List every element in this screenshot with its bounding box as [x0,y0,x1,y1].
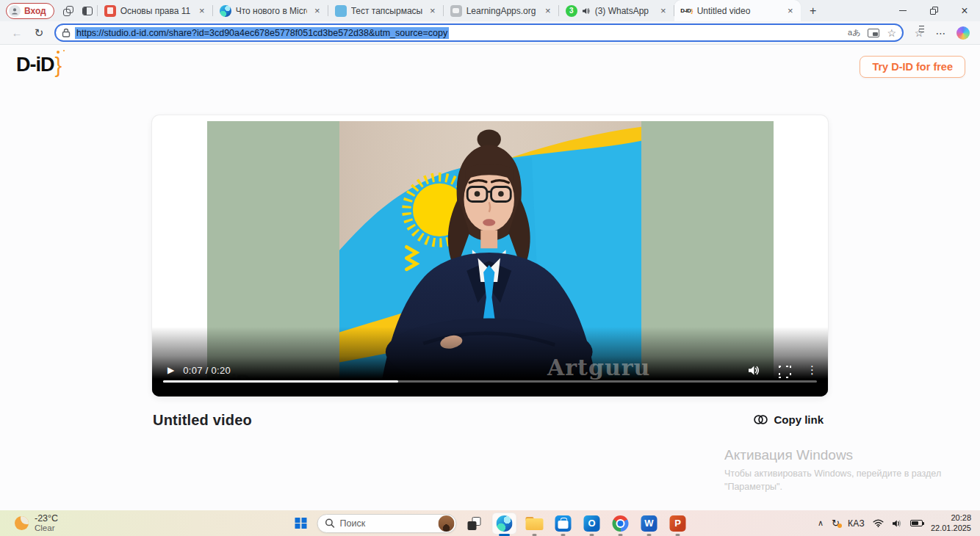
activation-text: Чтобы активировать Windows, перейдите в … [724,467,952,493]
taskbar-center: Поиск O W P [292,510,689,536]
picture-in-picture-icon[interactable] [868,29,879,37]
favorites-hub-button[interactable]: ☆ [909,23,929,43]
activation-title: Активация Windows [724,447,952,463]
taskbar-clock[interactable]: 20:28 22.01.2025 [931,513,971,534]
browser-menu-button[interactable]: ⋯ [932,23,951,43]
whatsapp-icon: 3 [566,5,577,17]
favorite-star-icon[interactable]: ☆ [887,27,896,39]
tab-title: (3) WhatsApp [595,6,653,16]
search-highlight-image[interactable] [439,515,455,532]
d-id-logo[interactable]: D-iD } [16,54,61,78]
copy-link-label: Copy link [774,413,824,426]
tab-title: Untitled video [697,6,780,16]
fullscreen-button[interactable] [779,366,788,375]
translate-icon[interactable]: aあ [848,27,860,38]
wifi-icon[interactable] [873,519,884,527]
tab-title: Тест тапсырмасы - Викт [351,6,422,16]
try-d-id-for-free-button[interactable]: Try D-ID for free [860,56,965,78]
search-placeholder: Поиск [340,518,433,529]
progress-bar[interactable] [163,380,817,383]
battery-icon[interactable] [910,520,923,526]
tray-chevron-up-icon[interactable]: ∧ [818,518,824,528]
url-bar-actions: aあ ☆ [848,27,896,39]
tab-actions-button[interactable] [78,1,97,21]
window-controls: × [887,0,980,21]
browser-address-bar: ← ↻ https://studio.d-id.com/share?id=3cd… [0,21,980,45]
weather-temperature: -23°C [35,513,58,524]
tab-untitled-video-active[interactable]: D-iD} Untitled video × [674,0,801,21]
taskbar-search[interactable]: Поиск [317,514,457,533]
video-title: Untitled video [153,412,252,429]
time-display: 0:07 / 0:20 [183,365,231,376]
tab-title: Что нового в Microsoft [236,6,307,16]
workspaces-button[interactable] [59,1,78,21]
microsoft-store-icon [555,515,572,532]
url-text[interactable]: https://studio.d-id.com/share?id=3cd90a4… [75,27,449,39]
taskbar-edge-button[interactable] [492,513,517,535]
profile-label: Вход [24,6,46,16]
tab-whatsapp[interactable]: 3 (3) WhatsApp × [559,0,674,21]
tab-close-icon[interactable]: × [657,5,669,17]
tab-close-icon[interactable]: × [311,5,323,17]
weather-widget[interactable]: -23°C Clear [15,510,58,536]
taskbar-outlook-button[interactable]: O [581,513,603,535]
taskbar-powerpoint-button[interactable]: P [667,513,689,535]
keyboard-language[interactable]: КАЗ [848,518,865,529]
tab-title: Основы права 11 класс [120,6,192,16]
tab-close-icon[interactable]: × [542,5,554,17]
tab-test-tapsyrmasy[interactable]: Тест тапсырмасы - Викт × [328,0,443,21]
window-close-button[interactable]: × [949,0,980,21]
window-restore-button[interactable] [918,0,949,21]
tab-microsoft-news[interactable]: Что нового в Microsoft × [213,0,328,21]
sync-status-icon[interactable]: ↻ [832,518,840,529]
player-menu-button[interactable]: ⋮ [807,363,818,377]
d-id-favicon-icon: D-iD} [681,5,693,17]
taskbar-word-button[interactable]: W [638,513,660,535]
back-button[interactable]: ← [7,23,26,43]
start-button[interactable] [292,514,311,533]
player-controls: ▶ 0:07 / 0:20 ⋮ [162,363,818,377]
tab-close-icon[interactable]: × [785,5,796,17]
system-tray: ∧ ↻ КАЗ 20:28 22.01.2025 [818,510,971,536]
windows-taskbar: -23°C Clear Поиск O [0,510,980,536]
copilot-icon [956,26,970,40]
search-icon [325,518,335,528]
tab-osnovy-prava[interactable]: Основы права 11 класс × [98,0,212,21]
running-indicator [676,534,680,536]
d-id-logo-text: D-iD [16,54,54,76]
running-indicator [619,534,623,536]
player-bottom-bar [152,383,828,396]
url-bar[interactable]: https://studio.d-id.com/share?id=3cd90a4… [54,23,904,42]
refresh-button[interactable]: ↻ [29,23,48,43]
quiz-grid-icon [335,5,347,17]
workspaces-icon [63,6,73,16]
tab-close-icon[interactable]: × [196,5,208,17]
taskbar-chrome-button[interactable] [610,513,632,535]
split-screen-icon [82,7,93,15]
tab-close-icon[interactable]: × [427,5,439,17]
restore-icon [930,7,938,15]
copy-link-button[interactable]: Copy link [753,413,824,426]
volume-tray-icon[interactable] [892,519,902,528]
browser-tab-bar: Вход Основы права 11 класс × Что нового … [0,0,980,21]
running-indicator [561,534,566,536]
progress-fill [163,380,398,383]
windows-logo-icon [295,518,307,529]
chrome-icon [613,515,629,532]
edge-favicon-icon [220,5,231,17]
taskbar-store-button[interactable] [552,513,574,535]
taskbar-explorer-button[interactable] [524,513,546,535]
new-tab-button[interactable]: + [804,1,823,21]
video-player[interactable]: Artguru D-iD ▶ 0:07 / 0:20 ⋮ [152,115,828,396]
volume-button[interactable] [748,365,760,376]
tab-audio-icon[interactable] [582,7,591,15]
tab-learningapps[interactable]: LearningApps.org - созд × [444,0,558,21]
play-button[interactable]: ▶ [167,365,174,375]
copilot-button[interactable] [954,23,973,43]
window-minimize-button[interactable] [887,0,918,21]
profile-button[interactable]: Вход [6,3,54,19]
moon-icon [15,516,29,530]
task-view-icon [466,515,483,532]
task-view-button[interactable] [464,513,486,535]
file-explorer-icon [526,517,544,530]
